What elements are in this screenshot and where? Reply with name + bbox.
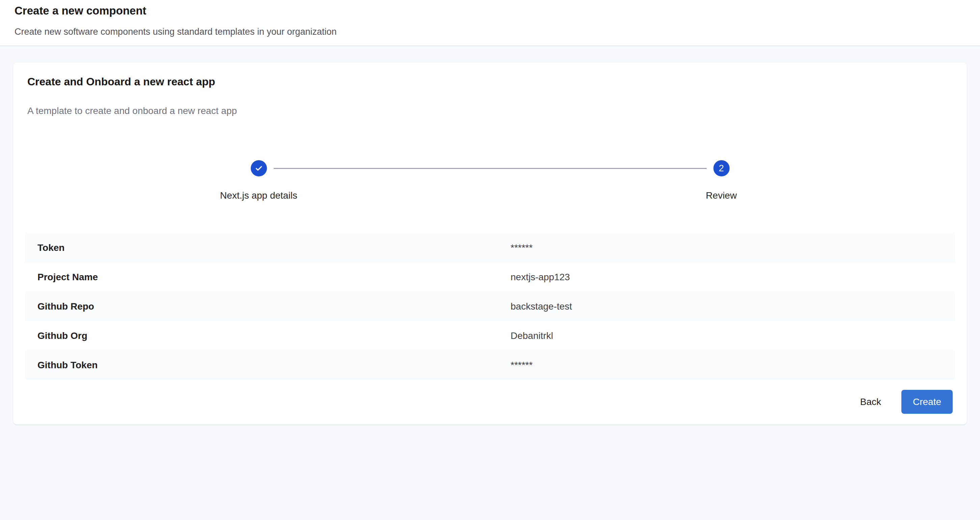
wizard-actions: Back Create (27, 390, 953, 414)
table-row: Project Name nextjs-app123 (25, 262, 955, 292)
page-subtitle: Create new software components using sta… (14, 26, 966, 38)
row-value: nextjs-app123 (511, 272, 943, 282)
row-value: backstage-test (511, 301, 943, 312)
check-icon (255, 164, 263, 173)
back-button[interactable]: Back (855, 393, 886, 411)
row-value: ****** (511, 360, 943, 371)
row-label: Github Org (37, 330, 511, 341)
row-label: Github Repo (37, 301, 511, 312)
step-active-circle: 2 (713, 160, 730, 176)
step-label: Next.js app details (220, 190, 297, 202)
template-title: Create and Onboard a new react app (27, 75, 953, 89)
step-label: Review (706, 190, 737, 202)
table-row: Github Token ****** (25, 350, 955, 380)
main-content: Create and Onboard a new react app A tem… (0, 46, 980, 441)
step-nextjs-app-details: Next.js app details (27, 160, 490, 202)
step-completed-circle (251, 160, 267, 176)
row-label: Token (37, 243, 511, 253)
step-review: 2 Review (490, 160, 953, 202)
row-label: Project Name (37, 272, 511, 282)
stepper-connector-line (274, 168, 706, 169)
table-row: Github Org Debanitrkl (25, 321, 955, 350)
page-header: Create a new component Create new softwa… (0, 0, 980, 46)
wizard-stepper: Next.js app details 2 Review (27, 160, 953, 202)
review-table: Token ****** Project Name nextjs-app123 … (25, 233, 955, 380)
create-button[interactable]: Create (901, 390, 953, 414)
row-value: ****** (511, 243, 943, 253)
row-label: Github Token (37, 360, 511, 371)
row-value: Debanitrkl (511, 330, 943, 341)
step-number: 2 (719, 163, 724, 174)
template-wizard-card: Create and Onboard a new react app A tem… (13, 62, 967, 425)
template-subtitle: A template to create and onboard a new r… (27, 105, 953, 117)
page-title: Create a new component (14, 4, 966, 17)
table-row: Github Repo backstage-test (25, 292, 955, 321)
table-row: Token ****** (25, 233, 955, 262)
